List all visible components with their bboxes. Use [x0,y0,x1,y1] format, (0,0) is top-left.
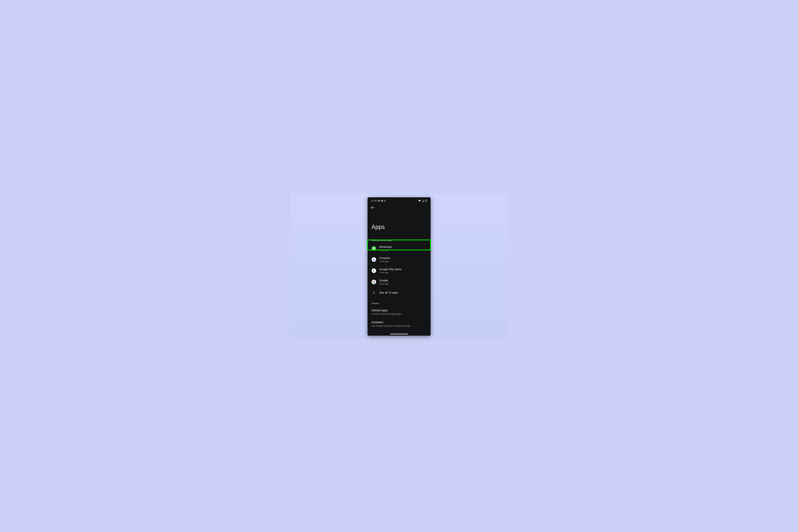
app-item-play-store[interactable]: Google Play Store 3 min ago [367,265,431,276]
app-item-contacts[interactable]: Contacts 1 min ago [367,254,431,265]
status-bar-right [418,200,427,202]
settings-item-title: Default apps [372,309,427,312]
play-store-icon [372,268,376,273]
whatsapp-icon [372,246,376,251]
app-name: Contacts [379,256,390,260]
wifi-icon [418,200,421,202]
app-name: Google [379,279,388,282]
canvas: 10:25 [290,193,508,339]
app-subtext: 0 min ago [379,249,392,251]
see-all-label: See all 72 apps [379,291,398,294]
google-icon [372,280,376,284]
app-item-whatsapp[interactable]: WhatsApp 0 min ago [367,243,431,254]
cell-signal-icon [422,200,424,202]
app-item-google[interactable]: Google 3 min ago [367,276,431,287]
phone-frame: 10:25 [367,197,431,336]
app-name: Google Play Store [379,268,401,271]
download-icon [378,200,380,202]
status-time: 10:25 [371,200,377,202]
svg-rect-4 [426,200,426,200]
app-subtext: 1 min ago [379,260,390,263]
battery-icon [425,200,427,202]
app-name: WhatsApp [379,245,392,249]
settings-item-subtext: Chrome, Phone and Messages [372,313,427,315]
settings-item-default-apps[interactable]: Default apps Chrome, Phone and Messages [367,306,431,316]
settings-item-subtext: Hey Google and other Assistant settings [372,325,427,327]
status-bar: 10:25 [367,197,431,203]
section-general-label: General [367,298,431,306]
settings-item-title: Assistant [372,321,427,324]
app-subtext: 3 min ago [379,271,401,274]
svg-rect-2 [385,201,385,202]
chevron-right-icon [373,291,375,294]
app-bar [367,203,431,210]
gmail-icon [381,200,383,202]
page-title: Apps [367,210,431,232]
status-bar-left: 10:25 [371,200,386,202]
section-recent-label: Recently opened apps [367,232,431,243]
settings-item-assistant[interactable]: Assistant Hey Google and other Assistant… [367,316,431,328]
svg-point-5 [373,259,374,260]
see-all-apps[interactable]: See all 72 apps [367,288,431,298]
home-indicator[interactable] [390,334,408,334]
contacts-icon [372,257,376,262]
key-icon [384,200,386,202]
back-icon[interactable] [371,206,375,209]
app-subtext: 3 min ago [379,283,388,285]
